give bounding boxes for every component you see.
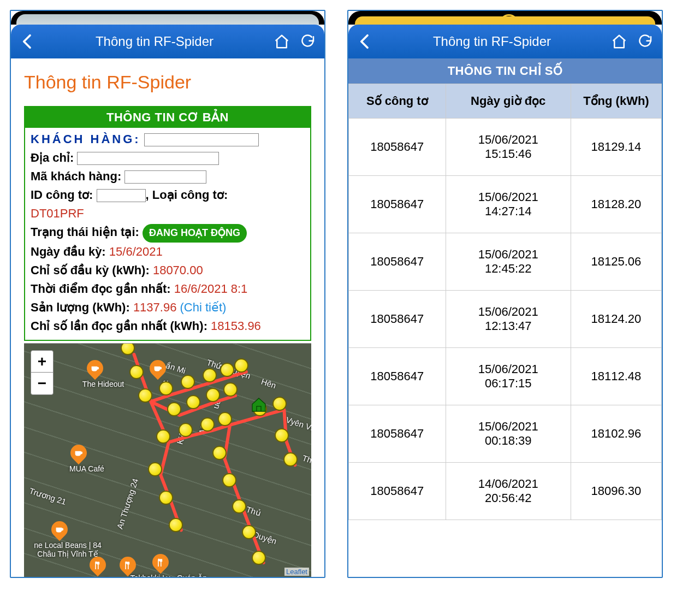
col-total: Tổng (kWh) <box>571 84 661 119</box>
zoom-in-button[interactable]: + <box>31 351 53 373</box>
table-row: 1805864715/06/202114:27:1418128.20 <box>349 176 662 233</box>
map-node[interactable] <box>234 358 248 373</box>
table-row: 1805864715/06/202112:13:4718124.20 <box>349 291 662 348</box>
map-node[interactable] <box>218 412 232 426</box>
map-node[interactable] <box>159 491 173 505</box>
table-row: 1805864715/06/202115:15:4618129.14 <box>349 119 662 176</box>
map-node[interactable] <box>200 417 215 432</box>
cell-meter: 18058647 <box>349 348 446 405</box>
map-node[interactable] <box>283 452 298 467</box>
col-datetime: Ngày giờ đọc <box>446 84 571 119</box>
meter-id-value-blank <box>97 189 146 202</box>
customer-label: KHÁCH HÀNG: <box>31 132 141 146</box>
address-value-blank <box>77 152 219 165</box>
map-node[interactable] <box>272 397 287 411</box>
map-node[interactable] <box>148 462 162 476</box>
cell-meter: 18058647 <box>349 119 446 176</box>
table-row: 1805864714/06/202120:56:4218096.30 <box>349 463 662 520</box>
last-index-label: Chỉ số lần đọc gần nhất (kWh): <box>31 319 207 333</box>
cust-code-value-blank <box>124 170 206 184</box>
last-index-value: 18153.96 <box>211 319 261 333</box>
map-attribution[interactable]: Leaflet <box>284 568 309 576</box>
address-label: Địa chỉ: <box>31 151 74 164</box>
refresh-button[interactable] <box>632 28 659 55</box>
map-zoom-controls: + − <box>31 350 54 395</box>
map-node[interactable] <box>156 429 170 444</box>
cell-datetime: 15/06/202112:45:22 <box>446 233 571 291</box>
cell-meter: 18058647 <box>349 405 446 463</box>
cell-meter: 18058647 <box>349 463 446 520</box>
refresh-button[interactable] <box>295 28 321 55</box>
status-badge: ĐANG HOẠT ĐỘNG <box>143 224 247 243</box>
map-node[interactable] <box>138 388 152 403</box>
period-start-value: 15/6/2021 <box>109 245 163 258</box>
index-start-value: 18070.00 <box>153 263 203 277</box>
map-node[interactable] <box>181 375 195 389</box>
cell-datetime: 15/06/202115:15:46 <box>446 119 571 176</box>
readings-table: Số công tơ Ngày giờ đọc Tổng (kWh) 18058… <box>348 84 662 520</box>
meter-id-label: ID công tơ: <box>31 188 93 202</box>
index-start-label: Chỉ số đầu kỳ (kWh): <box>31 263 150 277</box>
map-node[interactable] <box>242 525 256 539</box>
map-node[interactable] <box>167 402 181 416</box>
map-node[interactable] <box>159 381 173 396</box>
back-button[interactable] <box>14 28 40 55</box>
panel-header: THÔNG TIN CƠ BẢN <box>25 107 310 128</box>
cell-total: 18112.48 <box>571 348 661 405</box>
basic-info-panel: THÔNG TIN CƠ BẢN KHÁCH HÀNG: Địa chỉ: Mã… <box>24 106 311 341</box>
back-button[interactable] <box>352 28 378 55</box>
map-route <box>24 344 311 577</box>
last-read-time-label: Thời điểm đọc gần nhất: <box>31 282 171 296</box>
phone-right: Thông tin RF-Spider THÔNG TIN CHỈ SỐ Số … <box>347 10 663 578</box>
cell-datetime: 15/06/202106:17:15 <box>446 348 571 405</box>
nav-bar: Thông tin RF-Spider <box>11 25 324 58</box>
meter-type-value: DT01PRF <box>31 204 305 223</box>
map-node[interactable] <box>220 363 234 377</box>
content-left: Thông tin RF-Spider THÔNG TIN CƠ BẢN KHÁ… <box>11 58 324 577</box>
content-right: THÔNG TIN CHỈ SỐ Số công tơ Ngày giờ đọc… <box>348 58 662 577</box>
home-icon <box>274 33 290 50</box>
period-start-label: Ngày đầu kỳ: <box>31 245 106 258</box>
output-label: Sản lượng (kWh): <box>31 300 130 314</box>
map-node[interactable] <box>186 395 200 409</box>
cell-datetime: 15/06/202114:27:14 <box>446 176 571 233</box>
map-node[interactable] <box>223 382 238 397</box>
customer-value-blank <box>144 133 259 146</box>
nav-bar: Thông tin RF-Spider <box>348 25 662 58</box>
cell-datetime: 14/06/202120:56:42 <box>446 463 571 520</box>
map-node[interactable] <box>275 428 289 442</box>
cell-total: 18129.14 <box>571 119 661 176</box>
home-button[interactable] <box>269 28 295 55</box>
cell-meter: 18058647 <box>349 291 446 348</box>
home-button[interactable] <box>606 28 632 55</box>
status-bar <box>348 11 662 25</box>
cell-total: 18128.20 <box>571 176 661 233</box>
table-row: 1805864715/06/202100:18:3918102.96 <box>349 405 662 463</box>
map-node[interactable] <box>203 368 217 382</box>
map-node[interactable] <box>222 473 236 487</box>
map-node[interactable] <box>169 518 183 532</box>
chevron-left-icon <box>357 33 373 50</box>
panel-body: KHÁCH HÀNG: Địa chỉ: Mã khách hàng: ID c… <box>25 128 310 340</box>
cust-code-label: Mã khách hàng: <box>31 169 121 183</box>
nav-title: Thông tin RF-Spider <box>40 34 269 49</box>
meter-type-label: , Loại công tơ: <box>146 188 228 202</box>
refresh-icon <box>300 33 316 50</box>
table-title: THÔNG TIN CHỈ SỐ <box>348 58 662 84</box>
map-node[interactable] <box>212 446 227 460</box>
cell-meter: 18058647 <box>349 233 446 291</box>
table-row: 1805864715/06/202112:45:2218125.06 <box>349 233 662 291</box>
detail-link[interactable]: (Chi tiết) <box>180 300 227 314</box>
map-node[interactable] <box>129 365 144 379</box>
map-node[interactable] <box>179 423 193 437</box>
map-node[interactable] <box>206 388 220 402</box>
refresh-icon <box>637 33 654 50</box>
zoom-out-button[interactable]: − <box>31 373 53 394</box>
map[interactable]: Trương 21An Thượng 24KiệtMaiucần MiThức … <box>24 343 311 577</box>
map-node[interactable] <box>252 551 266 565</box>
phone-left: Thông tin RF-Spider Thông tin RF-Spider … <box>10 10 325 578</box>
col-meter: Số công tơ <box>349 84 446 119</box>
map-node[interactable] <box>232 499 246 514</box>
status-bar <box>11 11 324 25</box>
chevron-left-icon <box>19 33 35 50</box>
